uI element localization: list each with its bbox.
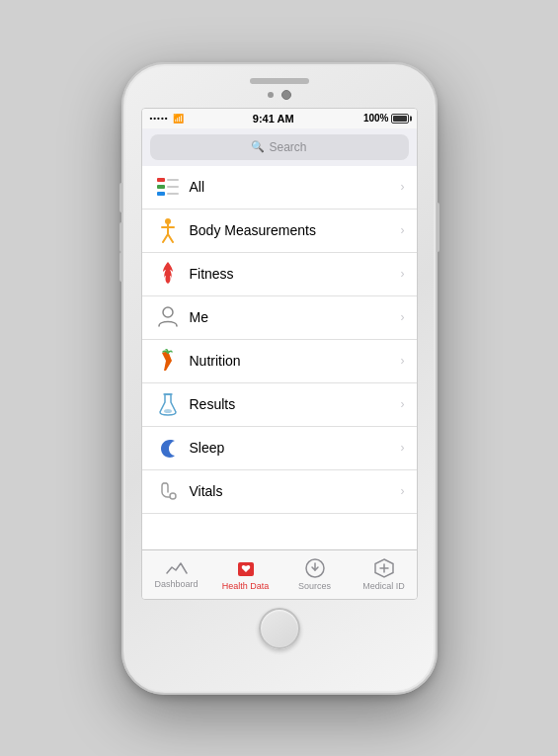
svg-rect-1 <box>157 185 165 189</box>
list-item-fitness[interactable]: Fitness › <box>142 253 417 296</box>
medical-id-icon <box>373 557 395 579</box>
battery-area: 100% <box>363 113 409 124</box>
list-item-sleep[interactable]: Sleep › <box>142 427 417 470</box>
list-item-results[interactable]: Results › <box>142 383 417 427</box>
phone-frame: ••••• 📶 9:41 AM 100% 🔍 Search <box>121 62 438 695</box>
sleep-label: Sleep <box>190 440 401 456</box>
camera <box>281 90 291 100</box>
sleep-icon <box>154 434 182 462</box>
search-icon: 🔍 <box>251 140 265 153</box>
empty-row-1 <box>142 514 417 549</box>
list-item-me[interactable]: Me › <box>142 296 417 340</box>
svg-line-10 <box>168 234 173 242</box>
wifi-icon: 📶 <box>173 114 184 124</box>
all-icon <box>154 173 182 201</box>
results-icon <box>154 390 182 418</box>
list-item-vitals[interactable]: Vitals › <box>142 470 417 514</box>
list-item-nutrition[interactable]: Nutrition › <box>142 340 417 383</box>
list-item-body-measurements[interactable]: Body Measurements › <box>142 210 417 253</box>
dashboard-icon <box>166 559 188 577</box>
tab-health-data-label: Health Data <box>222 581 270 591</box>
tab-dashboard[interactable]: Dashboard <box>142 550 211 599</box>
home-button[interactable] <box>259 608 300 649</box>
chevron-all: › <box>401 180 405 194</box>
svg-line-9 <box>163 234 168 242</box>
svg-rect-5 <box>167 193 179 195</box>
svg-rect-2 <box>157 192 165 196</box>
tab-dashboard-label: Dashboard <box>154 579 198 589</box>
search-bar: 🔍 Search <box>142 128 417 166</box>
body-measurements-label: Body Measurements <box>190 222 401 238</box>
status-bar: ••••• 📶 9:41 AM 100% <box>142 109 417 128</box>
time-display: 9:41 AM <box>253 113 294 125</box>
me-icon <box>154 303 182 331</box>
chevron-results: › <box>401 397 405 411</box>
fitness-label: Fitness <box>190 266 401 282</box>
fitness-icon <box>154 260 182 288</box>
nutrition-icon <box>154 347 182 375</box>
speaker <box>250 78 309 84</box>
svg-rect-4 <box>167 186 179 188</box>
chevron-fitness: › <box>401 267 405 281</box>
battery-percent: 100% <box>363 113 389 124</box>
svg-rect-3 <box>167 179 179 181</box>
vitals-icon <box>154 477 182 505</box>
results-label: Results <box>190 396 401 412</box>
chevron-body: › <box>401 223 405 237</box>
tab-bar: Dashboard Health Data Sources <box>142 549 418 599</box>
signal-area: ••••• 📶 <box>150 114 184 124</box>
sensor <box>268 92 274 98</box>
svg-point-13 <box>170 493 176 499</box>
list-item-all[interactable]: All › <box>142 166 417 210</box>
battery-icon <box>391 114 409 124</box>
nutrition-label: Nutrition <box>190 353 401 369</box>
tab-health-data[interactable]: Health Data <box>211 550 280 599</box>
tab-sources[interactable]: Sources <box>280 550 350 599</box>
search-input[interactable]: 🔍 Search <box>150 134 409 160</box>
battery-fill <box>393 116 407 122</box>
screen: ••••• 📶 9:41 AM 100% 🔍 Search <box>141 108 418 600</box>
tab-sources-label: Sources <box>298 581 331 591</box>
me-label: Me <box>190 309 401 325</box>
svg-point-12 <box>164 409 172 413</box>
chevron-nutrition: › <box>401 354 405 368</box>
chevron-me: › <box>401 310 405 324</box>
signal-dots: ••••• <box>150 114 169 123</box>
tab-medical-id[interactable]: Medical ID <box>350 550 418 599</box>
tab-medical-id-label: Medical ID <box>362 581 405 591</box>
camera-area <box>268 90 291 100</box>
category-list: All › Body Measurements › <box>142 166 417 549</box>
chevron-vitals: › <box>401 484 405 498</box>
chevron-sleep: › <box>401 441 405 455</box>
search-placeholder: Search <box>269 140 306 154</box>
sources-icon <box>304 557 326 579</box>
vitals-label: Vitals <box>190 483 401 499</box>
body-measurements-icon <box>154 216 182 244</box>
all-label: All <box>190 179 401 195</box>
health-data-icon <box>235 557 257 579</box>
svg-rect-0 <box>157 178 165 182</box>
svg-point-11 <box>163 307 173 317</box>
